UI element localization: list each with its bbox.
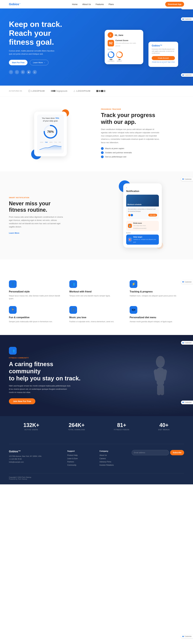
footer-logo: Gobios™: [9, 450, 61, 453]
nav-plans[interactable]: Plans: [109, 3, 114, 6]
workout-title: Workout schedule: [127, 204, 141, 205]
learn-more-button[interactable]: Learn More →: [30, 60, 48, 65]
community-content: 👥 FITNESS COMMUNITY A caring fitness com…: [9, 347, 86, 404]
day-tue: TUE: [45, 142, 48, 143]
social-pinterest[interactable]: p: [33, 70, 37, 74]
feature-title-1: Personalized style: [9, 290, 63, 293]
customize-pin-notif-1[interactable]: Customize: [181, 178, 193, 181]
calories-label: CALORIES: [108, 60, 114, 62]
support-link-4[interactable]: Community: [67, 464, 94, 466]
stat-2-label: TOTAL DOWNLOAD: [68, 429, 85, 430]
features-grid-section: 👤 Personalized style Neque lacus massa n…: [0, 268, 193, 335]
hero-social: f t in ▶ p: [9, 70, 97, 74]
feature-title-4: Fun & competitive: [9, 316, 63, 319]
feature-icon-2: 👥: [69, 280, 77, 288]
tracker-graph: [40, 144, 62, 150]
feature-desc-6: Aenean morbi gravida aliquet volutpat, e…: [130, 320, 184, 323]
daily-text: Daily target Habitant ris, volutpat una …: [133, 236, 157, 243]
score-info: Current Score Orbi amet pellentesque dui…: [115, 39, 140, 47]
footer-address: 123 Fifth Avenue, New York, NY 10004, US…: [9, 455, 61, 464]
join-now-button[interactable]: Join Now For Free: [9, 398, 35, 404]
metric-calories: 500 CALORIES: [108, 52, 114, 62]
customize-pin-2[interactable]: Customize: [181, 73, 193, 77]
hero-right: J Hi, Jane 92 Current Score Orbi amet pe…: [97, 30, 184, 64]
company-link-1[interactable]: About Us: [99, 454, 126, 456]
stat-4-value: 40+: [158, 422, 170, 428]
notification-section: SMART NOTIFICATION Never miss your fitne…: [0, 172, 193, 260]
feature-icon-3: ⚡: [130, 280, 137, 288]
sign-in-link[interactable]: Already have an account? Sign in here →: [152, 61, 175, 64]
pin-dot-2: [182, 402, 184, 403]
nav-logo: Gobios™: [9, 2, 21, 6]
svg-rect-13: [160, 385, 164, 395]
notif-phone-wrapper: ‹ Notification Workout schedule Do exerc…: [123, 183, 162, 248]
hero-phone-card: J Hi, Jane 92 Current Score Orbi amet pe…: [105, 30, 143, 64]
nav-download-button[interactable]: Download App: [165, 2, 184, 7]
create-account-button[interactable]: Create Account: [152, 56, 175, 60]
tracker-title: Track your progress with our app.: [101, 112, 184, 125]
feature-icon-5: 🎵: [69, 306, 77, 314]
nav-features[interactable]: Features: [96, 3, 104, 6]
support-links: Product Help Learn & Earn Partners Commu…: [67, 454, 94, 466]
hero-headline: Keep on track. Reach your fitness goal.: [9, 20, 97, 46]
support-link-1[interactable]: Product Help: [67, 454, 94, 456]
metrics-label: Metrics: [108, 48, 140, 50]
social-facebook[interactable]: f: [9, 70, 13, 74]
tracker-description: Diam vestibulum tristique non purus veli…: [101, 128, 160, 144]
feature-desc-1: Neque lacus massa nisl, ullas famese mat…: [9, 294, 63, 300]
customize-pin-community-2[interactable]: Customize: [181, 400, 193, 404]
tracker-left: You have done 76%of your daily goal. 76%…: [9, 112, 92, 156]
footer-bottom: Copyright © 2024 Tech Startup Powered by…: [9, 473, 184, 480]
footer-top: Gobios™ 123 Fifth Avenue, New York, NY 1…: [9, 444, 184, 467]
social-youtube[interactable]: ▶: [27, 70, 31, 74]
customize-pin-1[interactable]: Customize: [181, 17, 193, 21]
day-mon: MON: [40, 142, 43, 143]
logo-2: logopsum: [51, 90, 68, 92]
gobios-overlay-card: Gobios™ Fonnentum 0012 blandit porpunit …: [148, 42, 178, 67]
greeting-text: Hi, Jane: [115, 34, 123, 36]
hero-description: Cursus amet, mattis placerat convallis l…: [9, 50, 56, 56]
company-link-2[interactable]: Careers: [99, 458, 126, 460]
tracker-days: MON TUE WED THU FRI: [40, 142, 62, 143]
nav-home[interactable]: Home: [72, 3, 78, 6]
weight-circle: [116, 52, 123, 58]
feature-title-3: Tracking & progress: [130, 290, 184, 293]
day-wed: WED: [49, 142, 53, 143]
stat-4: 40+ DIET MENUS: [158, 422, 170, 430]
logo-1: LOGOPSUM: [28, 90, 45, 92]
company-link-3[interactable]: Advisory Firms: [99, 461, 126, 463]
join-button[interactable]: Join now: [148, 214, 157, 216]
tracker-phone: You have done 76%of your daily goal. 76%…: [34, 112, 67, 156]
tracker-right: PROGRESS TRACKER Track your progress wit…: [101, 108, 184, 160]
start-free-button[interactable]: Start For Free: [9, 60, 28, 65]
footer-support-col: Support Product Help Learn & Earn Partne…: [67, 450, 94, 467]
workout-avatars-row: Join now: [128, 214, 157, 216]
score-label: Current Score: [115, 39, 140, 42]
feature-card-2: 👥 Workout with friend Tempus enim sed um…: [69, 280, 124, 300]
notif-back-chevron[interactable]: ‹: [126, 186, 159, 189]
hi-jane-row: J Hi, Jane: [108, 32, 140, 38]
stat-1-value: 132K+: [23, 422, 39, 428]
social-instagram[interactable]: in: [21, 70, 25, 74]
nav-links: Home About Us Features Plans: [72, 3, 114, 6]
notif-learn-more[interactable]: Learn More: [9, 232, 19, 234]
customize-pin-community-1[interactable]: Customize: [181, 341, 193, 344]
customize-pin-features[interactable]: Customize: [181, 280, 193, 284]
social-twitter[interactable]: t: [15, 70, 19, 74]
logo-3: LOGOIPSUM: [73, 90, 90, 92]
company-link-4[interactable]: Investor Relations: [99, 464, 126, 466]
support-link-2[interactable]: Learn & Earn: [67, 458, 94, 460]
subscribe-button[interactable]: Subscribe: [170, 450, 184, 455]
notif-right: ‹ Notification Workout schedule Do exerc…: [101, 183, 184, 248]
notif-tag: SMART NOTIFICATION: [9, 197, 92, 198]
footer: Gobios™ 123 Fifth Avenue, New York, NY 1…: [0, 436, 193, 484]
workout-card-body: Do exercitore consectetur et deserunt se…: [126, 206, 159, 219]
feature-desc-5: Facilisis ut vulputate enim, viverra ele…: [69, 320, 124, 323]
newsletter-email-input[interactable]: [132, 450, 169, 455]
stat-4-label: DIET MENUS: [158, 429, 170, 430]
weight-label: WEIGHT: [116, 60, 123, 62]
company-links: About Us Careers Advisory Firms Investor…: [99, 454, 126, 466]
support-link-3[interactable]: Partners: [67, 461, 94, 463]
nav-about[interactable]: About Us: [82, 3, 91, 6]
stat-1-label: ACTIVE USERS: [23, 429, 39, 430]
